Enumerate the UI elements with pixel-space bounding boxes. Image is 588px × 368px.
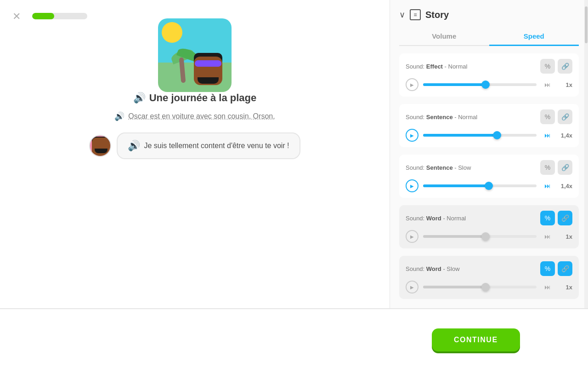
play-btn-word-slow[interactable]: ▶ bbox=[406, 281, 418, 293]
progress-bar-fill bbox=[32, 13, 54, 19]
ff-btn-effect-normal[interactable]: ⏭ bbox=[541, 78, 554, 91]
scrollbar-thumb[interactable] bbox=[585, 6, 588, 43]
document-icon: ≡ bbox=[410, 9, 421, 20]
progress-bar-container bbox=[32, 13, 87, 19]
ff-btn-sentence-slow[interactable]: ⏭ bbox=[541, 179, 554, 192]
scrollbar[interactable] bbox=[584, 0, 588, 308]
percent-btn-word-normal[interactable]: % bbox=[540, 211, 555, 225]
sound-controls-word-normal: ▶ ⏭ 1x bbox=[406, 230, 572, 243]
ff-btn-word-slow[interactable]: ⏭ bbox=[541, 281, 554, 293]
link-btn-sentence-slow[interactable]: 🔗 bbox=[558, 160, 572, 175]
slider-word-normal[interactable] bbox=[423, 235, 537, 238]
sound-label-word-normal: Sound: Word - Normal bbox=[406, 215, 466, 222]
sound-actions-effect-normal: % 🔗 bbox=[540, 59, 572, 74]
avatar-beard bbox=[95, 149, 107, 153]
avatar-face bbox=[92, 138, 110, 156]
palm-trunk bbox=[179, 58, 186, 83]
sound-section-sentence-slow: Sound: Sentence - Slow % 🔗 ▶ ⏭ 1,4x bbox=[399, 155, 579, 198]
ff-btn-sentence-normal[interactable]: ⏭ bbox=[541, 129, 554, 142]
sound-header-word-slow: Sound: Word - Slow % 🔗 bbox=[406, 261, 572, 276]
speed-value-word-slow: 1x bbox=[559, 284, 572, 291]
link-btn-word-normal[interactable]: 🔗 bbox=[558, 211, 572, 225]
story-title-text: Une journée à la plage bbox=[149, 92, 257, 104]
sound-label-sentence-normal: Sound: Sentence - Normal bbox=[406, 114, 477, 121]
slider-effect-normal[interactable] bbox=[423, 83, 537, 86]
close-icon: ✕ bbox=[12, 11, 21, 23]
continue-button[interactable]: CONTINUE bbox=[432, 328, 520, 351]
chevron-down-icon[interactable]: ∨ bbox=[399, 10, 405, 20]
sound-actions-sentence-normal: % 🔗 bbox=[540, 109, 572, 124]
title-speaker-icon[interactable]: 🔊 bbox=[133, 92, 146, 104]
sound-header-word-normal: Sound: Word - Normal % 🔗 bbox=[406, 211, 572, 225]
sound-label-word-slow: Sound: Word - Slow bbox=[406, 265, 460, 272]
play-btn-effect-normal[interactable]: ▶ bbox=[406, 78, 418, 91]
link-btn-sentence-normal[interactable]: 🔗 bbox=[558, 109, 572, 124]
percent-btn-effect-normal[interactable]: % bbox=[540, 59, 555, 74]
sun-decoration bbox=[162, 22, 182, 43]
link-btn-effect-normal[interactable]: 🔗 bbox=[558, 59, 572, 74]
story-title-line: 🔊 Une journée à la plage bbox=[133, 92, 257, 104]
tab-volume[interactable]: Volume bbox=[399, 28, 489, 46]
sound-controls-word-slow: ▶ ⏭ 1x bbox=[406, 281, 572, 293]
tab-speed[interactable]: Speed bbox=[489, 28, 579, 46]
speed-value-effect-normal: 1x bbox=[559, 81, 572, 88]
slider-sentence-normal[interactable] bbox=[423, 134, 537, 137]
chat-avatar bbox=[89, 135, 111, 157]
sound-actions-word-slow: % 🔗 bbox=[540, 261, 572, 276]
sound-section-word-slow: Sound: Word - Slow % 🔗 ▶ ⏭ 1x bbox=[399, 256, 579, 299]
sound-label-effect-normal: Sound: Effect - Normal bbox=[406, 63, 467, 70]
panel-content: Sound: Effect - Normal % 🔗 ▶ ⏭ 1x bbox=[390, 46, 588, 308]
sound-section-sentence-normal: Sound: Sentence - Normal % 🔗 ▶ ⏭ 1,4x bbox=[399, 104, 579, 147]
sound-label-sentence-slow: Sound: Sentence - Slow bbox=[406, 164, 471, 171]
sound-controls-sentence-normal: ▶ ⏭ 1,4x bbox=[406, 129, 572, 142]
sound-actions-word-normal: % 🔗 bbox=[540, 211, 572, 225]
chat-bubble: 🔊 Je suis tellement content d'être venu … bbox=[117, 132, 300, 159]
panel-header: ∨ ≡ Story bbox=[390, 0, 588, 20]
speed-value-word-normal: 1x bbox=[559, 233, 572, 240]
close-button[interactable]: ✕ bbox=[9, 9, 24, 24]
chat-bubble-container: 🔊 Je suis tellement content d'être venu … bbox=[89, 132, 300, 159]
char-glasses bbox=[195, 60, 221, 67]
sound-header-sentence-slow: Sound: Sentence - Slow % 🔗 bbox=[406, 160, 572, 175]
sound-actions-sentence-slow: % 🔗 bbox=[540, 160, 572, 175]
play-btn-sentence-normal[interactable]: ▶ bbox=[406, 129, 418, 142]
play-btn-word-normal[interactable]: ▶ bbox=[406, 230, 418, 243]
slider-word-slow[interactable] bbox=[423, 286, 537, 288]
speed-value-sentence-normal: 1,4x bbox=[559, 132, 572, 139]
story-image bbox=[158, 18, 232, 92]
percent-btn-word-slow[interactable]: % bbox=[540, 261, 555, 276]
subtitle-speaker-icon[interactable]: 🔊 bbox=[114, 111, 124, 121]
subtitle-line: 🔊 Oscar est en voiture avec son cousin, … bbox=[114, 111, 275, 121]
char-beard bbox=[198, 77, 219, 84]
play-btn-sentence-slow[interactable]: ▶ bbox=[406, 179, 418, 192]
percent-btn-sentence-slow[interactable]: % bbox=[540, 160, 555, 175]
sound-section-effect-normal: Sound: Effect - Normal % 🔗 ▶ ⏭ 1x bbox=[399, 53, 579, 97]
sound-header-sentence-normal: Sound: Sentence - Normal % 🔗 bbox=[406, 109, 572, 124]
bubble-speaker-icon[interactable]: 🔊 bbox=[128, 140, 140, 152]
panel-tabs: Volume Speed bbox=[399, 28, 579, 46]
sound-header-effect-normal: Sound: Effect - Normal % 🔗 bbox=[406, 59, 572, 74]
percent-btn-sentence-normal[interactable]: % bbox=[540, 109, 555, 124]
sound-section-word-normal: Sound: Word - Normal % 🔗 ▶ ⏭ 1x bbox=[399, 205, 579, 248]
ff-btn-word-normal[interactable]: ⏭ bbox=[541, 230, 554, 243]
chat-bubble-text: Je suis tellement content d'être venu te… bbox=[144, 142, 289, 150]
slider-sentence-slow[interactable] bbox=[423, 184, 537, 187]
main-content: ✕ 🔊 Une journée à la plage 🔊 Oscar est e… bbox=[0, 0, 390, 308]
speed-value-sentence-slow: 1,4x bbox=[559, 183, 572, 190]
sound-controls-sentence-slow: ▶ ⏭ 1,4x bbox=[406, 179, 572, 192]
bottom-bar: CONTINUE bbox=[0, 308, 588, 368]
link-btn-word-slow[interactable]: 🔗 bbox=[558, 261, 572, 276]
panel-title: Story bbox=[425, 10, 449, 20]
right-panel: ∨ ≡ Story Volume Speed Sound: Effect - N… bbox=[390, 0, 588, 308]
subtitle-text: Oscar est en voiture avec son cousin, Or… bbox=[128, 112, 275, 121]
sound-controls-effect-normal: ▶ ⏭ 1x bbox=[406, 78, 572, 91]
